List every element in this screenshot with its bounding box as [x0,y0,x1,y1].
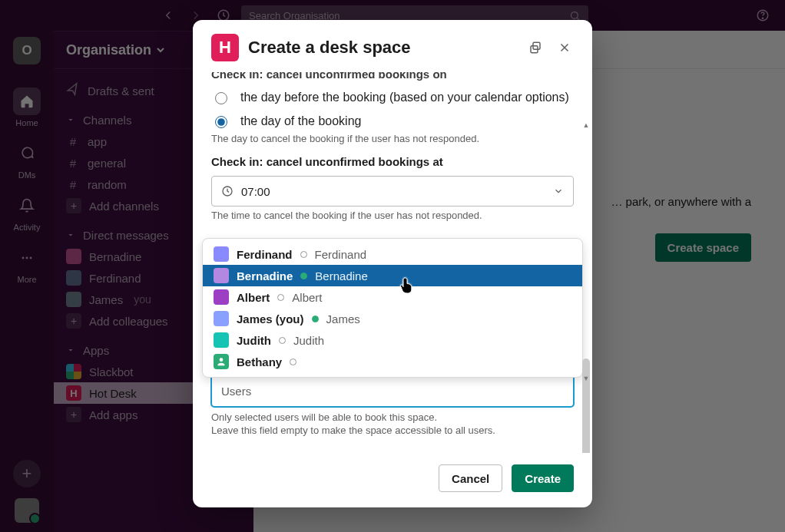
user-option-bethany[interactable]: Bethany [203,351,582,372]
avatar [214,354,229,369]
cancel-button[interactable]: Cancel [439,464,502,492]
user-option-bernadine[interactable]: BernadineBernadine [203,265,582,286]
field-label-cancel-on: Check in: cancel unconfirmed bookings on [211,72,574,81]
radio-day-of[interactable]: the day of the booking [211,114,574,128]
presence-dot [312,316,319,322]
presence-dot [300,251,307,258]
modal-app-icon: H [211,34,239,61]
open-new-window-button[interactable] [526,38,545,57]
user-option-ferdinand[interactable]: FerdinandFerdinand [203,243,582,265]
chevron-down-icon [553,186,564,197]
user-name: Ferdinand [237,248,293,261]
user-option-albert[interactable]: AlbertAlbert [203,286,582,308]
users-dropdown-menu: FerdinandFerdinandBernadineBernadineAlbe… [202,238,583,378]
user-option-james-you-[interactable]: James (you)James [203,308,582,329]
user-name: Judith [237,334,271,347]
svg-point-10 [220,358,224,362]
helper-cancel-at: The time to cancel the booking if the us… [211,210,574,221]
time-select[interactable]: 07:00 [211,176,574,207]
modal-scrollbar[interactable]: ▲ ▼ [582,124,590,379]
helper-users-2: Leave this field empty to make the space… [211,425,574,436]
user-name: Bethany [237,355,282,368]
radio-day-before[interactable]: the day before the booking (based on you… [211,90,574,104]
avatar [214,289,229,305]
modal-close-button[interactable] [555,38,574,57]
modal-create-desk-space: H Create a desk space Check in: cancel u… [193,20,592,507]
modal-title: Create a desk space [248,38,517,58]
presence-dot [277,294,284,301]
helper-users-1: Only selected users will be able to book… [211,411,574,423]
avatar [214,268,229,283]
user-option-judith[interactable]: JudithJudith [203,329,582,351]
avatar [214,332,229,348]
user-name: Albert [237,291,270,304]
user-name: Bernadine [237,269,293,283]
presence-dot [290,359,296,365]
user-display-name: Albert [292,291,322,304]
presence-dot [300,273,307,279]
user-display-name: Ferdinand [315,248,367,261]
user-name: James (you) [237,312,304,325]
clock-icon [221,185,234,197]
user-display-name: Judith [293,334,324,347]
presence-dot [279,337,286,344]
user-display-name: Bernadine [315,269,367,283]
create-button[interactable]: Create [512,464,574,492]
avatar [214,246,229,262]
user-display-name: James [326,312,360,325]
helper-cancel-on: The day to cancel the booking if the use… [211,133,574,144]
avatar [214,311,229,326]
users-input[interactable]: Users [211,375,574,407]
field-label-cancel-at: Check in: cancel unconfirmed bookings at [211,155,574,168]
